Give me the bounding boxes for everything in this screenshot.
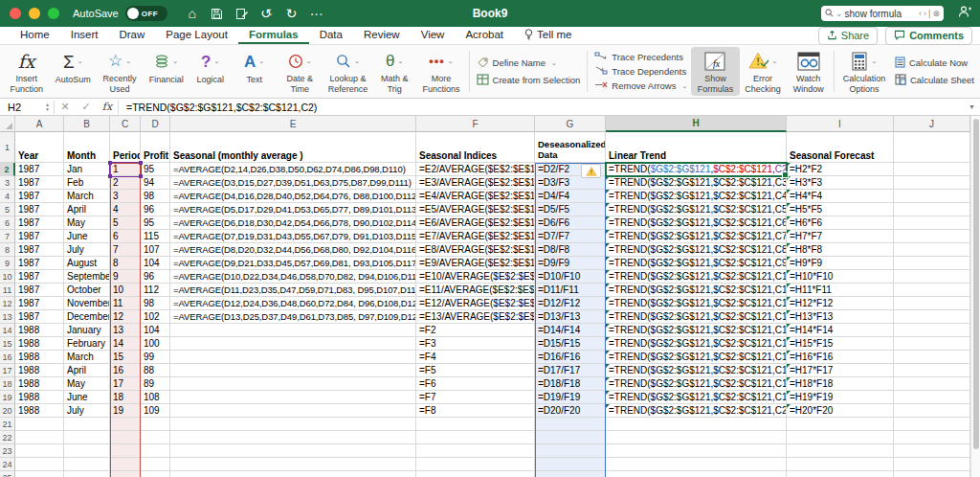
cell-E1[interactable]: Seasonal (monthly average ) [170, 132, 416, 163]
cell-F23[interactable] [416, 444, 535, 458]
column-header-E[interactable]: E [170, 116, 416, 132]
cell-J22[interactable] [894, 431, 970, 444]
cell-B24[interactable] [64, 458, 110, 471]
row-header-14[interactable]: 14 [0, 324, 15, 337]
cell-B18[interactable]: May [64, 377, 110, 391]
cell-I16[interactable]: =H16*F16 [787, 351, 894, 364]
zoom-window-button[interactable] [48, 8, 59, 19]
cell-C25[interactable] [110, 471, 141, 477]
cell-E20[interactable] [170, 404, 416, 418]
cell-G7[interactable]: =D7/F7 [535, 230, 606, 243]
cell-G4[interactable]: =D4/F4 [535, 190, 606, 203]
cell-H13[interactable]: =TREND($G$2:$G$121,$C$2:$C$121,C13) [606, 310, 787, 324]
cell-F12[interactable]: =E12/AVERAGE($E$2:$E$13) [416, 297, 535, 310]
cell-I22[interactable] [787, 431, 894, 444]
cell-D22[interactable] [141, 431, 170, 444]
tab-data[interactable]: Data [309, 27, 353, 44]
cell-A21[interactable] [15, 418, 64, 431]
cell-A17[interactable]: 1988 [15, 364, 64, 377]
calculate-sheet-button[interactable]: Calculate Sheet [895, 74, 974, 87]
cell-C19[interactable]: 18 [110, 391, 141, 404]
cell-D17[interactable]: 88 [141, 364, 170, 377]
row-header-8[interactable]: 8 [0, 243, 15, 257]
cell-J19[interactable] [894, 391, 970, 404]
cell-F7[interactable]: =E7/AVERAGE($E$2:$E$13) [416, 230, 535, 243]
cell-H15[interactable]: =TREND($G$2:$G$121,$C$2:$C$121,C15) [606, 337, 787, 351]
confirm-entry-icon[interactable]: ✓ [76, 101, 97, 113]
cell-J1[interactable] [894, 132, 970, 163]
autosum-button[interactable]: Σ⌄AutoSum [51, 47, 95, 96]
cell-F19[interactable]: =F7 [416, 391, 535, 404]
cell-E11[interactable]: =AVERAGE(D11,D23,D35,D47,D59,D71,D83, D9… [170, 284, 416, 297]
cell-D20[interactable]: 109 [141, 404, 170, 418]
tab-insert[interactable]: Insert [60, 27, 109, 44]
cell-C10[interactable]: 9 [110, 270, 141, 284]
cell-E25[interactable] [170, 471, 416, 477]
cell-F8[interactable]: =E8/AVERAGE($E$2:$E$13) [416, 243, 535, 257]
cell-C3[interactable]: 2 [110, 176, 141, 190]
cell-C17[interactable]: 16 [110, 364, 141, 377]
cell-C4[interactable]: 3 [110, 190, 141, 203]
cell-I8[interactable]: =H8*F8 [787, 243, 894, 257]
cell-H4[interactable]: =TREND($G$2:$G$121,$C$2:$C$121,C4) [606, 190, 787, 203]
cell-F15[interactable]: =F3 [416, 337, 535, 351]
watch-window-button[interactable]: Watch Window [786, 47, 831, 96]
cell-C22[interactable] [110, 431, 141, 444]
cell-G25[interactable] [535, 471, 606, 477]
cell-J9[interactable] [894, 257, 970, 270]
cell-D18[interactable]: 89 [141, 377, 170, 391]
cell-H9[interactable]: =TREND($G$2:$G$121,$C$2:$C$121,C9) [606, 257, 787, 270]
cell-C21[interactable] [110, 418, 141, 431]
cell-E6[interactable]: =AVERAGE(D6,D18,D30,D42,D54,D66,D78, D90… [170, 216, 416, 230]
cell-E3[interactable]: =AVERAGE(D3,D15,D27,D39,D51,D63,D75,D87,… [170, 176, 416, 190]
column-header-G[interactable]: G [535, 116, 606, 132]
cell-J24[interactable] [894, 458, 970, 471]
row-header-9[interactable]: 9 [0, 257, 15, 270]
cell-I11[interactable]: =H11*F11 [787, 284, 894, 297]
cell-E14[interactable] [170, 324, 416, 337]
cell-G12[interactable]: =D12/F12 [535, 297, 606, 310]
cell-C20[interactable]: 19 [110, 404, 141, 418]
cell-H20[interactable]: =TREND($G$2:$G$121,$C$2:$C$121,C20) [606, 404, 787, 418]
cell-J23[interactable] [894, 444, 970, 458]
share-button[interactable]: Share [818, 27, 878, 45]
cell-J25[interactable] [894, 471, 970, 477]
cell-C2[interactable]: 1 [110, 163, 141, 176]
cell-E15[interactable] [170, 337, 416, 351]
error-checking-button[interactable]: ! ⌄ Error Checking [740, 47, 787, 96]
cell-I4[interactable]: =H4*F4 [787, 190, 894, 203]
cell-H10[interactable]: =TREND($G$2:$G$121,$C$2:$C$121,C10) [606, 270, 787, 284]
cell-I15[interactable]: =H15*F15 [787, 337, 894, 351]
cell-A15[interactable]: 1988 [15, 337, 64, 351]
row-header-2[interactable]: 2 [0, 163, 15, 176]
cell-B14[interactable]: January [64, 324, 110, 337]
cell-A8[interactable]: 1987 [15, 243, 64, 257]
cell-F11[interactable]: =E11/AVERAGE($E$2:$E$13) [416, 284, 535, 297]
cell-A13[interactable]: 1987 [15, 310, 64, 324]
cell-G24[interactable] [535, 458, 606, 471]
cell-A5[interactable]: 1987 [15, 203, 64, 216]
cell-H14[interactable]: =TREND($G$2:$G$121,$C$2:$C$121,C14) [606, 324, 787, 337]
cell-C15[interactable]: 14 [110, 337, 141, 351]
cell-J20[interactable] [894, 404, 970, 418]
tab-formulas[interactable]: Formulas [238, 27, 309, 44]
row-header-23[interactable]: 23 [0, 444, 15, 458]
cell-G3[interactable]: =D3/F3 [535, 176, 606, 190]
cell-A11[interactable]: 1987 [15, 284, 64, 297]
cell-H5[interactable]: =TREND($G$2:$G$121,$C$2:$C$121,C5) [606, 203, 787, 216]
cell-D25[interactable] [141, 471, 170, 477]
cell-A4[interactable]: 1987 [15, 190, 64, 203]
cell-E13[interactable]: =AVERAGE(D13,D25,D37,D49,D61,D73,D85, D9… [170, 310, 416, 324]
cell-J12[interactable] [894, 297, 970, 310]
cell-F13[interactable]: =E13/AVERAGE($E$2:$E$13) [416, 310, 535, 324]
cell-D7[interactable]: 115 [141, 230, 170, 243]
cell-I24[interactable] [787, 458, 894, 471]
cell-C23[interactable] [110, 444, 141, 458]
cell-E7[interactable]: =AVERAGE(D7,D19,D31,D43,D55,D67,D79, D91… [170, 230, 416, 243]
cell-B21[interactable] [64, 418, 110, 431]
row-header-17[interactable]: 17 [0, 364, 15, 377]
cell-G10[interactable]: =D10/F10 [535, 270, 606, 284]
column-header-J[interactable]: J [894, 116, 970, 132]
cell-G23[interactable] [535, 444, 606, 458]
cell-F14[interactable]: =F2 [416, 324, 535, 337]
